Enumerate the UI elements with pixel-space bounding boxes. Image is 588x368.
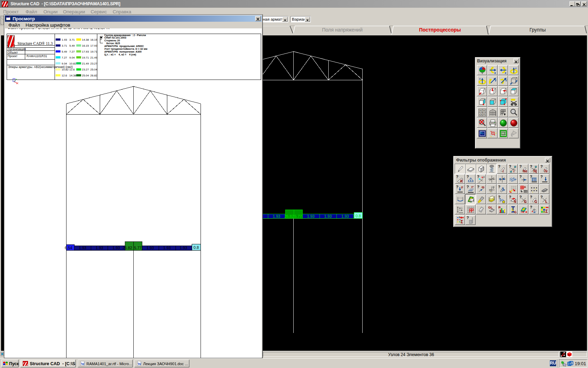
svg-text:?: ? bbox=[498, 185, 500, 189]
svg-text:?: ? bbox=[456, 175, 458, 179]
svg-text:?: ? bbox=[498, 165, 500, 169]
svg-text:z: z bbox=[479, 77, 481, 80]
svg-text:t°: t° bbox=[471, 185, 474, 189]
svg-text:?: ? bbox=[467, 175, 469, 179]
svg-text:1.93: 1.93 bbox=[273, 214, 280, 218]
svg-text:1.93: 1.93 bbox=[163, 246, 170, 250]
svg-text:x: x bbox=[505, 71, 506, 75]
svg-text:?: ? bbox=[456, 185, 458, 189]
svg-text:Постпроцессоры: Постпроцессоры bbox=[419, 27, 461, 33]
svg-text:Поля напряжений: Поля напряжений bbox=[322, 27, 363, 33]
svg-text:Ne: Ne bbox=[523, 169, 527, 173]
svg-text:Проект: Проект bbox=[8, 54, 18, 58]
svg-text:?: ? bbox=[467, 216, 469, 220]
svg-text:Structure CAD® 11.3: Structure CAD® 11.3 bbox=[18, 41, 53, 46]
svg-text:26.82: 26.82 bbox=[90, 74, 98, 77]
svg-text:1.93: 1.93 bbox=[62, 38, 67, 41]
svg-text:16.15: 16.15 bbox=[90, 38, 98, 41]
svg-text:5.49: 5.49 bbox=[62, 50, 67, 53]
svg-text:19.71: 19.71 bbox=[82, 56, 89, 59]
svg-text:1.93: 1.93 bbox=[307, 214, 314, 218]
svg-text:?: ? bbox=[530, 195, 532, 199]
svg-text:17.93: 17.93 bbox=[90, 44, 98, 47]
svg-text:G: G bbox=[524, 200, 527, 204]
svg-text:i: i bbox=[513, 169, 514, 173]
svg-text:R: R bbox=[460, 179, 463, 183]
svg-text:?: ? bbox=[540, 165, 543, 169]
svg-text:Σ: Σ bbox=[545, 209, 548, 214]
svg-text:23.27: 23.27 bbox=[90, 62, 98, 65]
svg-text:25.04: 25.04 bbox=[82, 74, 89, 77]
svg-text:16.15: 16.15 bbox=[82, 44, 89, 47]
svg-text:x: x bbox=[494, 71, 496, 75]
svg-text:10.82: 10.82 bbox=[69, 62, 77, 65]
svg-text:A: A bbox=[524, 185, 526, 189]
svg-text:1.93: 1.93 bbox=[79, 246, 86, 250]
svg-text:3.71: 3.71 bbox=[69, 38, 75, 41]
svg-text:1.93: 1.93 bbox=[341, 214, 349, 218]
svg-text:L: L bbox=[545, 200, 547, 204]
svg-text:9.04: 9.04 bbox=[62, 62, 67, 65]
svg-text:?: ? bbox=[477, 185, 479, 189]
svg-text:W: W bbox=[81, 362, 85, 366]
svg-text:W: W bbox=[138, 362, 141, 366]
svg-text:1.93: 1.93 bbox=[96, 246, 103, 250]
svg-text:17.93: 17.93 bbox=[82, 50, 89, 53]
svg-text:N: N bbox=[514, 200, 516, 204]
svg-text:G: G bbox=[514, 210, 517, 214]
svg-text:i: i bbox=[503, 169, 504, 173]
svg-text:0.8: 0.8 bbox=[194, 245, 199, 250]
svg-text:Te: Te bbox=[544, 169, 548, 173]
svg-text:7.27: 7.27 bbox=[69, 50, 75, 53]
svg-text:21.49: 21.49 bbox=[82, 62, 89, 65]
svg-text:1.93: 1.93 bbox=[112, 246, 120, 250]
svg-text:21.49: 21.49 bbox=[90, 56, 98, 59]
svg-text:Объект: Объект bbox=[8, 51, 18, 54]
svg-text:19.71: 19.71 bbox=[90, 50, 98, 53]
svg-text:z: z bbox=[515, 67, 517, 70]
svg-text:RAMA1101R31: RAMA1101R31 bbox=[27, 54, 47, 58]
svg-text:П: П bbox=[483, 109, 485, 113]
svg-text:?: ? bbox=[467, 185, 469, 189]
svg-text:12.6: 12.6 bbox=[69, 68, 75, 71]
svg-text:12.6: 12.6 bbox=[62, 74, 67, 77]
svg-text:1.93: 1.93 bbox=[146, 246, 154, 250]
svg-text:?: ? bbox=[540, 195, 543, 199]
svg-text:R: R bbox=[498, 206, 501, 209]
svg-text:23.27: 23.27 bbox=[82, 68, 89, 71]
svg-text:П: П bbox=[479, 109, 482, 113]
svg-text:10.82: 10.82 bbox=[62, 68, 69, 71]
svg-text:1.4: 1.4 bbox=[470, 199, 474, 202]
svg-text:26.82: 26.82 bbox=[122, 246, 132, 250]
svg-text:6.54: 6.54 bbox=[65, 246, 72, 250]
svg-text:3.71: 3.71 bbox=[62, 44, 67, 47]
svg-text:П: П bbox=[483, 113, 485, 116]
svg-text:Ц.т. : а1 = 4, а2 = 4 (с: Ц.т. : а1 = 4, а2 = 4 (см) bbox=[104, 53, 136, 56]
svg-text:?: ? bbox=[509, 195, 511, 199]
svg-text:Σ: Σ bbox=[461, 219, 463, 224]
svg-text:25.04: 25.04 bbox=[90, 68, 98, 71]
svg-text:Организация: Организация bbox=[8, 47, 26, 51]
svg-text:?: ? bbox=[530, 205, 532, 209]
svg-text:1.93: 1.93 bbox=[180, 246, 187, 250]
svg-text:5.77: 5.77 bbox=[134, 246, 141, 250]
svg-text:26.82: 26.82 bbox=[284, 214, 294, 218]
svg-text:0.8: 0.8 bbox=[356, 214, 361, 218]
svg-text:?: ? bbox=[519, 165, 522, 169]
svg-text:5.49: 5.49 bbox=[69, 44, 75, 47]
svg-text:G: G bbox=[534, 200, 537, 204]
svg-text:9.04: 9.04 bbox=[69, 56, 75, 59]
svg-text:14.38: 14.38 bbox=[82, 38, 89, 41]
svg-text:7.27: 7.27 bbox=[62, 56, 67, 59]
svg-text:14.38: 14.38 bbox=[69, 74, 77, 77]
svg-text:Nj: Nj bbox=[533, 169, 537, 173]
svg-text:1.93: 1.93 bbox=[324, 214, 331, 218]
svg-text:5.77: 5.77 bbox=[294, 214, 302, 218]
svg-text:О: О bbox=[479, 113, 482, 116]
svg-text:Y: Y bbox=[495, 79, 497, 82]
svg-text:F: F bbox=[461, 186, 463, 189]
svg-text:?: ? bbox=[530, 165, 532, 169]
svg-text:?: ? bbox=[519, 175, 522, 179]
svg-text:Группы: Группы bbox=[530, 27, 546, 33]
svg-text:?: ? bbox=[540, 175, 543, 179]
